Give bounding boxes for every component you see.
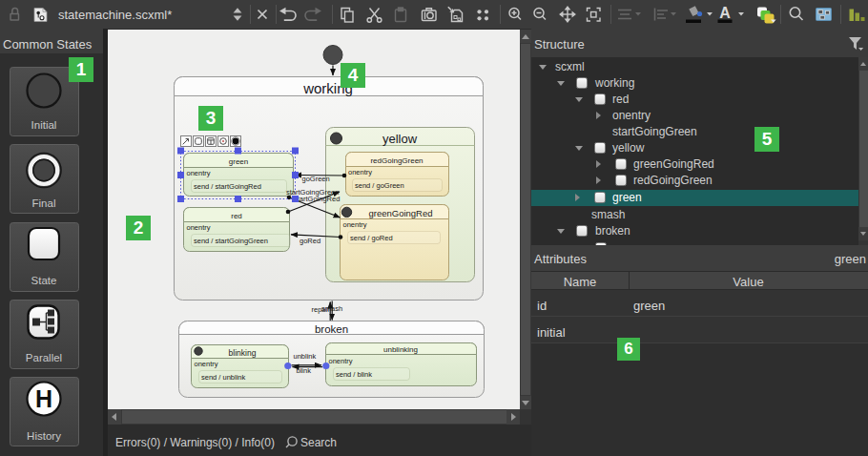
svg-text:onentry: onentry (187, 169, 211, 177)
svg-text:onentry: onentry (348, 168, 372, 176)
svg-text:goGreen: goGreen (302, 175, 330, 183)
svg-text:Final: Final (32, 197, 56, 209)
svg-text:goRed: goRed (300, 237, 320, 245)
svg-text:yellow: yellow (382, 132, 418, 146)
svg-text:onentry: onentry (329, 357, 353, 365)
svg-text:send / unblink: send / unblink (201, 373, 246, 382)
svg-text:blink: blink (297, 366, 312, 375)
svg-text:Initial: Initial (31, 119, 57, 131)
svg-text:send / startGoingGreen: send / startGoingGreen (194, 237, 268, 245)
svg-text:send / goGreen: send / goGreen (355, 181, 404, 190)
svg-text:red: red (231, 212, 242, 220)
svg-text:blinking: blinking (229, 348, 257, 358)
svg-text:green: green (229, 157, 248, 166)
svg-text:unblink: unblink (294, 352, 317, 361)
svg-text:Parallel: Parallel (26, 352, 62, 363)
svg-text:onentry: onentry (195, 360, 218, 368)
svg-text:greenGoingRed: greenGoingRed (368, 208, 432, 218)
svg-text:startGoingRed: startGoingRed (294, 195, 340, 203)
svg-text:smash: smash (321, 304, 342, 313)
svg-text:send / blink: send / blink (336, 370, 372, 379)
svg-text:H: H (35, 385, 52, 412)
svg-text:State: State (31, 275, 57, 286)
svg-text:onentry: onentry (343, 220, 367, 229)
svg-text:History: History (27, 430, 61, 442)
svg-text:A: A (719, 5, 731, 21)
svg-text:send / goRed: send / goRed (350, 234, 393, 242)
svg-text:onentry: onentry (187, 223, 211, 232)
svg-text:unblinking: unblinking (383, 345, 418, 354)
svg-text:redGoingGreen: redGoingGreen (370, 156, 423, 165)
svg-text:broken: broken (315, 323, 348, 335)
svg-text:send / startGoingRed: send / startGoingRed (194, 182, 261, 191)
